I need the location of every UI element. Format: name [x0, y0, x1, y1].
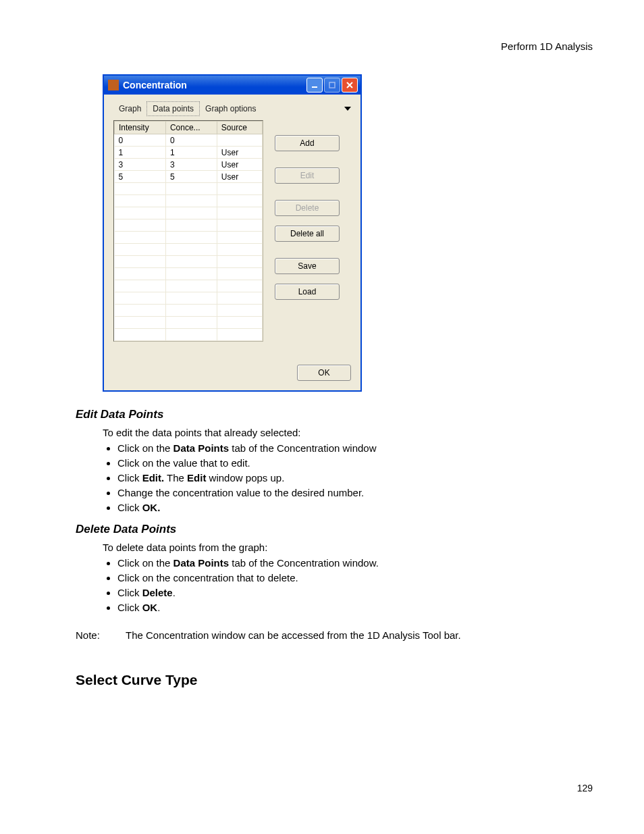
bullet-list: Click on the Data Points tab of the Conc…	[103, 442, 597, 513]
heading-edit-data-points: Edit Data Points	[76, 408, 597, 421]
cell[interactable]: User	[217, 171, 262, 183]
cell[interactable]: 5	[165, 171, 217, 183]
cell[interactable]	[217, 134, 262, 147]
table-row[interactable]: 5 5 User	[115, 171, 263, 183]
delete-all-button[interactable]: Delete all	[275, 226, 340, 242]
ok-button[interactable]: OK	[297, 365, 351, 381]
running-header: Perform 1D Analysis	[501, 41, 593, 52]
paragraph: To delete data points from the graph:	[103, 542, 597, 553]
list-item: Click on the Data Points tab of the Conc…	[117, 557, 597, 569]
table-row[interactable]: 3 3 User	[115, 159, 263, 171]
note-text: The Concentration window can be accessed…	[126, 629, 461, 641]
add-button[interactable]: Add	[275, 135, 340, 151]
maximize-button[interactable]	[324, 78, 340, 93]
tab-data-points[interactable]: Data points	[146, 101, 200, 116]
svg-rect-0	[312, 86, 317, 88]
cell[interactable]: 1	[115, 147, 166, 159]
minimize-button[interactable]	[306, 78, 323, 93]
table-row[interactable]: 1 1 User	[115, 147, 263, 159]
heading-select-curve-type: Select Curve Type	[76, 672, 597, 688]
concentration-dialog: Concentration Graph Data points Graph op…	[103, 74, 362, 392]
window-title: Concentration	[123, 80, 306, 90]
close-button[interactable]	[342, 78, 358, 93]
cell[interactable]: User	[217, 147, 262, 159]
col-source[interactable]: Source	[217, 122, 262, 134]
chevron-down-icon[interactable]	[344, 107, 351, 111]
tabs-row: Graph Data points Graph options	[113, 101, 351, 116]
cell[interactable]: 3	[115, 159, 166, 171]
tab-graph-options[interactable]: Graph options	[200, 102, 261, 115]
edit-button[interactable]: Edit	[275, 167, 340, 184]
list-item: Click on the value that to edit.	[117, 457, 597, 469]
list-item: Click OK.	[117, 502, 597, 513]
list-item: Change the concentration value to the de…	[117, 487, 597, 498]
load-button[interactable]: Load	[275, 284, 340, 300]
cell[interactable]: 0	[165, 134, 217, 147]
list-item: Click Delete.	[117, 587, 597, 598]
paragraph: To edit the data points that already sel…	[103, 427, 597, 438]
cell[interactable]: 0	[115, 134, 166, 147]
table-row[interactable]: 0 0	[115, 134, 263, 147]
heading-delete-data-points: Delete Data Points	[76, 523, 597, 536]
save-button[interactable]: Save	[275, 258, 340, 274]
app-icon	[108, 80, 119, 90]
titlebar[interactable]: Concentration	[104, 76, 360, 95]
bullet-list: Click on the Data Points tab of the Conc…	[103, 557, 597, 613]
note: Note: The Concentration window can be ac…	[76, 629, 597, 641]
cell[interactable]: 1	[165, 147, 217, 159]
list-item: Click on the Data Points tab of the Conc…	[117, 442, 597, 454]
tab-graph[interactable]: Graph	[113, 102, 146, 115]
data-grid[interactable]: Intensity Conce... Source 0 0	[113, 120, 263, 342]
col-concentration[interactable]: Conce...	[165, 122, 217, 134]
cell[interactable]: User	[217, 159, 262, 171]
note-label: Note:	[76, 629, 126, 641]
cell[interactable]: 3	[165, 159, 217, 171]
page-number: 129	[577, 783, 593, 793]
list-item: Click Edit. The Edit window pops up.	[117, 472, 597, 484]
list-item: Click on the concentration that to delet…	[117, 572, 597, 583]
cell[interactable]: 5	[115, 171, 166, 183]
list-item: Click OK.	[117, 602, 597, 613]
delete-button[interactable]: Delete	[275, 200, 340, 216]
col-intensity[interactable]: Intensity	[115, 122, 166, 134]
svg-rect-1	[329, 82, 335, 88]
